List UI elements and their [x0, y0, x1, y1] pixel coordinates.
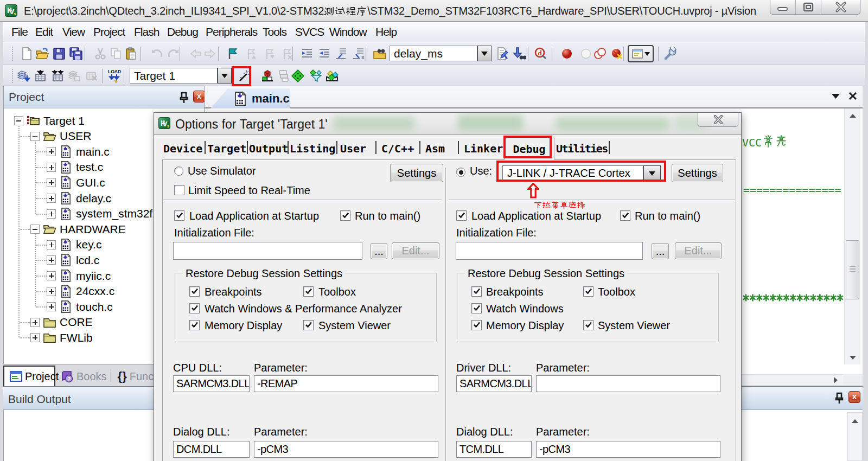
dialog-tab-output[interactable]: Output [249, 139, 288, 158]
lookup-button[interactable] [511, 46, 527, 62]
dialog-dll-input-left[interactable]: DCM.DLL [173, 441, 250, 458]
expand-icon[interactable] [47, 147, 56, 156]
tree-node-myiic-c[interactable]: myiic.c [47, 268, 111, 284]
collapse-icon[interactable] [30, 225, 40, 234]
tree-node-system-stm32f1[interactable]: system_stm32f1 [47, 206, 159, 222]
simulator-settings-button[interactable]: Settings [390, 164, 443, 182]
dialog-tab-asm[interactable]: Asm [425, 139, 445, 158]
browse-button-left[interactable]: ... [371, 243, 387, 259]
cpu-dll-input[interactable]: SARMCM3.DLL [173, 375, 250, 392]
dialog-tab-device[interactable]: Device [163, 139, 202, 158]
bookmark-prev-button[interactable] [243, 46, 259, 62]
comment-button[interactable] [333, 46, 349, 62]
find-in-files-button[interactable]: d [532, 46, 548, 62]
collapse-icon[interactable] [14, 116, 23, 125]
expand-icon[interactable] [47, 255, 56, 265]
tree-node-key-c[interactable]: key.c [47, 237, 101, 253]
bookmark-next-button[interactable] [261, 46, 278, 62]
dialog-close-button[interactable] [698, 113, 738, 127]
dialog-tab-user[interactable]: User [340, 139, 366, 158]
indent-button[interactable] [299, 46, 315, 62]
expand-icon[interactable] [47, 240, 56, 249]
menu-flash[interactable]: Flash [131, 24, 162, 40]
watch-windows-checkbox-right[interactable] [471, 303, 482, 313]
tree-node-user[interactable]: USER [30, 129, 91, 144]
breakpoint-button[interactable] [559, 46, 575, 62]
watch-windows-checkbox-left[interactable] [189, 303, 200, 313]
paste-button[interactable] [123, 46, 139, 62]
dialog-parameter-input-left[interactable]: -pCM3 [254, 441, 438, 458]
cut-button[interactable] [92, 46, 108, 62]
cpu-parameter-input[interactable]: -REMAP [254, 375, 438, 392]
components-cube-button[interactable] [259, 68, 276, 84]
initialization-file-input-left[interactable] [173, 242, 362, 260]
tree-node-gui-c[interactable]: GUI.c [47, 175, 105, 190]
system-viewer-checkbox-right[interactable] [583, 320, 593, 330]
menu-tools[interactable]: Tools [259, 24, 290, 40]
search-combo[interactable]: delay_ms [390, 46, 492, 61]
expand-icon[interactable] [47, 178, 56, 187]
dialog-tab-linker[interactable]: Linker [464, 139, 503, 158]
search-combo-dropdown-icon[interactable] [477, 46, 491, 61]
pin-icon[interactable] [179, 91, 189, 105]
breakpoint-disable-all-button[interactable] [592, 46, 608, 62]
breakpoints-checkbox-right[interactable] [471, 286, 482, 297]
menu-view[interactable]: View [59, 24, 88, 40]
menu-window[interactable]: Window [326, 24, 370, 40]
dialog-parameter-input-right[interactable]: -pCM3 [536, 441, 720, 458]
breakpoints-checkbox-left[interactable] [189, 286, 200, 297]
tree-node-target-1[interactable]: Target 1 [14, 113, 85, 129]
edit-button-left[interactable]: Edit... [392, 242, 439, 259]
tab-close-icon[interactable] [848, 92, 857, 100]
target-combo[interactable]: Target 1 [130, 68, 232, 84]
tab-list-dropdown-icon[interactable] [831, 93, 840, 99]
batch-build-button[interactable] [66, 68, 82, 84]
tree-node-core[interactable]: CORE [30, 315, 93, 330]
memory-display-checkbox-left[interactable] [189, 320, 200, 330]
driver-settings-button[interactable]: Settings [672, 164, 723, 182]
browse-button-right[interactable]: ... [652, 243, 669, 259]
memory-display-checkbox-right[interactable] [471, 320, 482, 330]
package-button[interactable] [324, 68, 340, 84]
nav-forward-button[interactable] [202, 46, 218, 62]
tree-node-hardware[interactable]: HARDWARE [30, 221, 126, 237]
build-pin-icon[interactable] [834, 392, 844, 406]
load-application-checkbox-right[interactable] [456, 210, 467, 221]
system-viewer-checkbox-left[interactable] [303, 320, 314, 330]
build-scroll-up-icon[interactable] [848, 414, 862, 425]
flash-diamond-button[interactable] [290, 68, 306, 84]
toolbar-grip[interactable] [12, 47, 15, 61]
driver-parameter-input[interactable] [536, 375, 720, 392]
tree-node-test-c[interactable]: test.c [47, 159, 103, 175]
rebuild-button[interactable] [50, 68, 66, 84]
run-to-main-checkbox-right[interactable] [620, 210, 630, 221]
use-driver-radio[interactable] [456, 168, 465, 177]
target-combo-dropdown-icon[interactable] [218, 68, 231, 83]
build-scrollbar[interactable] [847, 412, 863, 461]
minimize-button[interactable] [770, 0, 796, 14]
tree-node-main-c[interactable]: main.c [47, 144, 110, 159]
tab-books[interactable]: ? Books [55, 367, 109, 386]
menu-help[interactable]: Help [372, 24, 400, 40]
save-button[interactable] [51, 46, 67, 62]
expand-icon[interactable] [47, 163, 56, 172]
tree-node-touch-c[interactable]: touch.c [47, 299, 113, 315]
breakpoint-kill-all-button[interactable] [609, 46, 625, 62]
dialog-tab-listing[interactable]: Listing [290, 139, 335, 158]
limit-speed-checkbox[interactable] [174, 185, 184, 195]
close-button[interactable] [821, 0, 860, 14]
maximize-button[interactable] [796, 0, 821, 14]
expand-icon[interactable] [30, 318, 40, 327]
menu-edit[interactable]: Edit [32, 24, 56, 40]
editor-vscrollbar[interactable] [844, 108, 860, 364]
tree-node-delay-c[interactable]: delay.c [47, 190, 111, 206]
scroll-up-icon[interactable] [845, 108, 860, 119]
build-close-button[interactable] [848, 391, 860, 403]
unindent-button[interactable] [316, 46, 333, 62]
dialog-tab-utilities[interactable]: Utilities [556, 139, 608, 158]
expand-icon[interactable] [47, 271, 56, 280]
expand-icon[interactable] [47, 302, 56, 311]
copy-button[interactable] [108, 46, 124, 62]
menu-debug[interactable]: Debug [164, 24, 201, 40]
new-file-button[interactable] [18, 46, 35, 62]
